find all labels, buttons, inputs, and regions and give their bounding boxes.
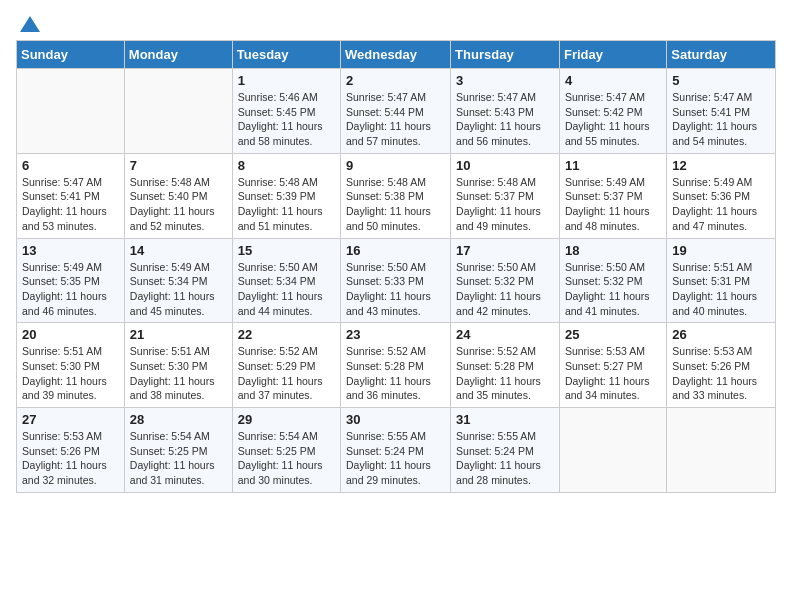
- day-info: Sunrise: 5:55 AMSunset: 5:24 PMDaylight:…: [346, 429, 445, 488]
- day-number: 9: [346, 158, 445, 173]
- day-info: Sunrise: 5:53 AMSunset: 5:27 PMDaylight:…: [565, 344, 661, 403]
- day-number: 4: [565, 73, 661, 88]
- weekday-header-monday: Monday: [124, 41, 232, 69]
- calendar-cell: 5Sunrise: 5:47 AMSunset: 5:41 PMDaylight…: [667, 69, 776, 154]
- calendar-week-row: 20Sunrise: 5:51 AMSunset: 5:30 PMDayligh…: [17, 323, 776, 408]
- calendar-cell: 6Sunrise: 5:47 AMSunset: 5:41 PMDaylight…: [17, 153, 125, 238]
- day-info: Sunrise: 5:49 AMSunset: 5:34 PMDaylight:…: [130, 260, 227, 319]
- day-number: 11: [565, 158, 661, 173]
- day-info: Sunrise: 5:52 AMSunset: 5:28 PMDaylight:…: [346, 344, 445, 403]
- day-number: 26: [672, 327, 770, 342]
- day-info: Sunrise: 5:49 AMSunset: 5:35 PMDaylight:…: [22, 260, 119, 319]
- day-info: Sunrise: 5:48 AMSunset: 5:38 PMDaylight:…: [346, 175, 445, 234]
- logo: [16, 16, 40, 32]
- day-number: 2: [346, 73, 445, 88]
- weekday-header-wednesday: Wednesday: [341, 41, 451, 69]
- calendar-body: 1Sunrise: 5:46 AMSunset: 5:45 PMDaylight…: [17, 69, 776, 493]
- day-number: 23: [346, 327, 445, 342]
- day-info: Sunrise: 5:54 AMSunset: 5:25 PMDaylight:…: [238, 429, 335, 488]
- weekday-header-row: SundayMondayTuesdayWednesdayThursdayFrid…: [17, 41, 776, 69]
- calendar-cell: 28Sunrise: 5:54 AMSunset: 5:25 PMDayligh…: [124, 408, 232, 493]
- calendar-week-row: 6Sunrise: 5:47 AMSunset: 5:41 PMDaylight…: [17, 153, 776, 238]
- day-info: Sunrise: 5:47 AMSunset: 5:42 PMDaylight:…: [565, 90, 661, 149]
- calendar-cell: 20Sunrise: 5:51 AMSunset: 5:30 PMDayligh…: [17, 323, 125, 408]
- day-number: 3: [456, 73, 554, 88]
- calendar-cell: [667, 408, 776, 493]
- day-number: 8: [238, 158, 335, 173]
- day-number: 14: [130, 243, 227, 258]
- weekday-header-sunday: Sunday: [17, 41, 125, 69]
- calendar-cell: 27Sunrise: 5:53 AMSunset: 5:26 PMDayligh…: [17, 408, 125, 493]
- day-info: Sunrise: 5:51 AMSunset: 5:31 PMDaylight:…: [672, 260, 770, 319]
- day-number: 25: [565, 327, 661, 342]
- calendar-cell: 16Sunrise: 5:50 AMSunset: 5:33 PMDayligh…: [341, 238, 451, 323]
- day-number: 30: [346, 412, 445, 427]
- day-info: Sunrise: 5:53 AMSunset: 5:26 PMDaylight:…: [672, 344, 770, 403]
- weekday-header-saturday: Saturday: [667, 41, 776, 69]
- day-number: 20: [22, 327, 119, 342]
- page-header: [16, 16, 776, 32]
- day-info: Sunrise: 5:51 AMSunset: 5:30 PMDaylight:…: [22, 344, 119, 403]
- weekday-header-friday: Friday: [559, 41, 666, 69]
- day-number: 10: [456, 158, 554, 173]
- day-info: Sunrise: 5:48 AMSunset: 5:40 PMDaylight:…: [130, 175, 227, 234]
- calendar-cell: 29Sunrise: 5:54 AMSunset: 5:25 PMDayligh…: [232, 408, 340, 493]
- calendar-cell: 25Sunrise: 5:53 AMSunset: 5:27 PMDayligh…: [559, 323, 666, 408]
- calendar-cell: 23Sunrise: 5:52 AMSunset: 5:28 PMDayligh…: [341, 323, 451, 408]
- day-info: Sunrise: 5:49 AMSunset: 5:37 PMDaylight:…: [565, 175, 661, 234]
- day-number: 13: [22, 243, 119, 258]
- day-info: Sunrise: 5:49 AMSunset: 5:36 PMDaylight:…: [672, 175, 770, 234]
- day-number: 28: [130, 412, 227, 427]
- calendar-cell: 4Sunrise: 5:47 AMSunset: 5:42 PMDaylight…: [559, 69, 666, 154]
- logo-triangle-icon: [20, 16, 40, 32]
- calendar-cell: 3Sunrise: 5:47 AMSunset: 5:43 PMDaylight…: [451, 69, 560, 154]
- calendar-cell: 7Sunrise: 5:48 AMSunset: 5:40 PMDaylight…: [124, 153, 232, 238]
- calendar-cell: 10Sunrise: 5:48 AMSunset: 5:37 PMDayligh…: [451, 153, 560, 238]
- day-info: Sunrise: 5:53 AMSunset: 5:26 PMDaylight:…: [22, 429, 119, 488]
- day-info: Sunrise: 5:55 AMSunset: 5:24 PMDaylight:…: [456, 429, 554, 488]
- day-number: 12: [672, 158, 770, 173]
- calendar-cell: 21Sunrise: 5:51 AMSunset: 5:30 PMDayligh…: [124, 323, 232, 408]
- day-info: Sunrise: 5:48 AMSunset: 5:39 PMDaylight:…: [238, 175, 335, 234]
- calendar-cell: 18Sunrise: 5:50 AMSunset: 5:32 PMDayligh…: [559, 238, 666, 323]
- calendar-cell: 12Sunrise: 5:49 AMSunset: 5:36 PMDayligh…: [667, 153, 776, 238]
- calendar-cell: 9Sunrise: 5:48 AMSunset: 5:38 PMDaylight…: [341, 153, 451, 238]
- day-number: 19: [672, 243, 770, 258]
- calendar-cell: [124, 69, 232, 154]
- day-number: 22: [238, 327, 335, 342]
- day-number: 16: [346, 243, 445, 258]
- calendar-cell: 17Sunrise: 5:50 AMSunset: 5:32 PMDayligh…: [451, 238, 560, 323]
- day-info: Sunrise: 5:50 AMSunset: 5:33 PMDaylight:…: [346, 260, 445, 319]
- calendar-cell: 13Sunrise: 5:49 AMSunset: 5:35 PMDayligh…: [17, 238, 125, 323]
- day-info: Sunrise: 5:52 AMSunset: 5:29 PMDaylight:…: [238, 344, 335, 403]
- calendar-week-row: 13Sunrise: 5:49 AMSunset: 5:35 PMDayligh…: [17, 238, 776, 323]
- weekday-header-tuesday: Tuesday: [232, 41, 340, 69]
- weekday-header-thursday: Thursday: [451, 41, 560, 69]
- calendar-table: SundayMondayTuesdayWednesdayThursdayFrid…: [16, 40, 776, 493]
- day-number: 18: [565, 243, 661, 258]
- calendar-cell: 19Sunrise: 5:51 AMSunset: 5:31 PMDayligh…: [667, 238, 776, 323]
- day-number: 17: [456, 243, 554, 258]
- calendar-cell: 1Sunrise: 5:46 AMSunset: 5:45 PMDaylight…: [232, 69, 340, 154]
- calendar-cell: 2Sunrise: 5:47 AMSunset: 5:44 PMDaylight…: [341, 69, 451, 154]
- day-number: 6: [22, 158, 119, 173]
- day-info: Sunrise: 5:52 AMSunset: 5:28 PMDaylight:…: [456, 344, 554, 403]
- day-info: Sunrise: 5:47 AMSunset: 5:41 PMDaylight:…: [22, 175, 119, 234]
- day-number: 7: [130, 158, 227, 173]
- day-info: Sunrise: 5:54 AMSunset: 5:25 PMDaylight:…: [130, 429, 227, 488]
- calendar-week-row: 1Sunrise: 5:46 AMSunset: 5:45 PMDaylight…: [17, 69, 776, 154]
- day-info: Sunrise: 5:50 AMSunset: 5:32 PMDaylight:…: [565, 260, 661, 319]
- day-info: Sunrise: 5:51 AMSunset: 5:30 PMDaylight:…: [130, 344, 227, 403]
- calendar-cell: 22Sunrise: 5:52 AMSunset: 5:29 PMDayligh…: [232, 323, 340, 408]
- day-number: 5: [672, 73, 770, 88]
- day-number: 15: [238, 243, 335, 258]
- day-number: 31: [456, 412, 554, 427]
- calendar-cell: 24Sunrise: 5:52 AMSunset: 5:28 PMDayligh…: [451, 323, 560, 408]
- day-number: 1: [238, 73, 335, 88]
- day-info: Sunrise: 5:48 AMSunset: 5:37 PMDaylight:…: [456, 175, 554, 234]
- calendar-week-row: 27Sunrise: 5:53 AMSunset: 5:26 PMDayligh…: [17, 408, 776, 493]
- calendar-cell: 30Sunrise: 5:55 AMSunset: 5:24 PMDayligh…: [341, 408, 451, 493]
- calendar-cell: [17, 69, 125, 154]
- calendar-cell: 8Sunrise: 5:48 AMSunset: 5:39 PMDaylight…: [232, 153, 340, 238]
- calendar-header: SundayMondayTuesdayWednesdayThursdayFrid…: [17, 41, 776, 69]
